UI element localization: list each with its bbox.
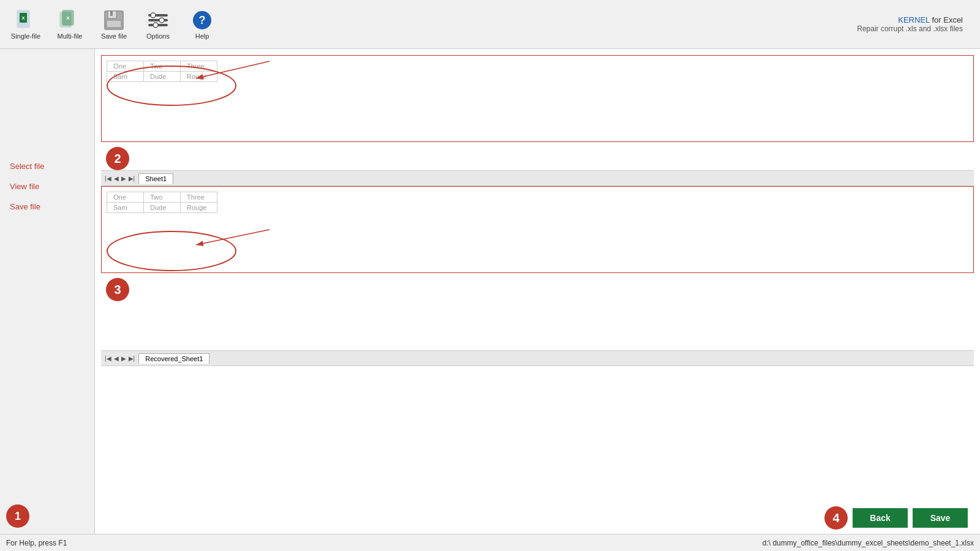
- statusbar-left: For Help, press F1: [6, 539, 67, 547]
- svg-point-15: [153, 23, 158, 28]
- help-icon: ?: [191, 9, 213, 31]
- table-row: One Two Three: [107, 61, 217, 72]
- svg-rect-8: [110, 11, 113, 16]
- step4-badge: 4: [824, 506, 848, 530]
- svg-point-14: [159, 18, 164, 23]
- brand-for-excel: for Excel: [930, 15, 963, 24]
- multi-file-icon: X: [59, 9, 81, 31]
- upper-sheet-tab-bar: |◀ ◀ ▶ ▶| Sheet1: [101, 170, 974, 186]
- help-button[interactable]: ? Help: [181, 4, 223, 45]
- table-cell: Rouge: [181, 203, 217, 213]
- save-file-icon: [103, 9, 125, 31]
- recovered-file-panel: One Two Three Sam Dude Rouge: [101, 186, 974, 273]
- step3-content: [101, 301, 974, 350]
- table-cell: Two: [144, 61, 181, 72]
- rec-last-sheet-nav[interactable]: ▶|: [127, 355, 137, 362]
- svg-rect-9: [107, 20, 121, 28]
- original-file-panel: One Two Three Sam Dude Rouge: [101, 55, 974, 142]
- view-file-link[interactable]: View file: [6, 179, 43, 193]
- recovered-preview-area: One Two Three Sam Dude Rouge: [102, 187, 973, 272]
- first-sheet-nav[interactable]: |◀: [104, 175, 113, 182]
- table-cell: Sam: [107, 203, 144, 213]
- brand-kernel: KERNEL: [898, 15, 930, 24]
- table-cell: One: [107, 192, 144, 203]
- back-button[interactable]: Back: [853, 508, 908, 528]
- toolbar: X Single-file X Multi-file Save file: [0, 0, 980, 49]
- single-file-button[interactable]: X Single-file: [5, 4, 47, 45]
- step2-badge: 2: [106, 147, 129, 170]
- table-cell: Three: [181, 61, 217, 72]
- multi-file-label: Multi-file: [58, 32, 83, 40]
- multi-file-button[interactable]: X Multi-file: [49, 4, 91, 45]
- svg-point-13: [151, 13, 156, 18]
- prev-sheet-nav[interactable]: ◀: [113, 175, 120, 182]
- save-file-toolbar-label: Save file: [101, 32, 127, 40]
- save-file-toolbar-button[interactable]: Save file: [93, 4, 135, 45]
- recovered-sheet-tab-bar: |◀ ◀ ▶ ▶| Recovered_Sheet1: [101, 350, 974, 366]
- select-file-link[interactable]: Select file: [6, 159, 48, 173]
- table-row: One Two Three: [107, 192, 217, 203]
- options-label: Options: [146, 32, 170, 40]
- rec-next-sheet-nav[interactable]: ▶: [120, 355, 127, 362]
- recovered-sheet1-tab[interactable]: Recovered_Sheet1: [138, 353, 209, 364]
- original-preview-area: One Two Three Sam Dude Rouge: [102, 56, 973, 141]
- recovered-data-table: One Two Three Sam Dude Rouge: [107, 192, 217, 213]
- save-button[interactable]: Save: [913, 508, 968, 528]
- step3-area: 3: [101, 273, 974, 301]
- rec-first-sheet-nav[interactable]: |◀: [104, 355, 113, 362]
- svg-text:?: ?: [199, 14, 206, 26]
- content-area: One Two Three Sam Dude Rouge 2 |◀ ◀: [95, 49, 980, 534]
- table-row: Sam Dude Rouge: [107, 203, 217, 213]
- statusbar-right: d:\ dummy_office_files\dummy_excel_sheet…: [763, 539, 974, 547]
- table-cell: Sam: [107, 72, 144, 82]
- sheet1-tab[interactable]: Sheet1: [138, 173, 173, 184]
- table-cell: Dude: [144, 203, 181, 213]
- table-cell: One: [107, 61, 144, 72]
- single-file-icon: X: [15, 9, 37, 31]
- svg-text:X: X: [66, 15, 70, 21]
- next-sheet-nav[interactable]: ▶: [120, 175, 127, 182]
- single-file-label: Single-file: [11, 32, 40, 40]
- brand-subtitle: Repair corrupt .xls and .xlsx files: [857, 24, 963, 33]
- table-cell: Two: [144, 192, 181, 203]
- svg-text:X: X: [21, 15, 25, 21]
- bottom-buttons-area: 4 Back Save: [824, 506, 968, 530]
- original-data-table: One Two Three Sam Dude Rouge: [107, 61, 217, 82]
- table-cell: Dude: [144, 72, 181, 82]
- statusbar: For Help, press F1 d:\ dummy_office_file…: [0, 534, 980, 551]
- help-label: Help: [195, 32, 209, 40]
- main-layout: Select file View file Save file 1 One Tw…: [0, 49, 980, 534]
- table-cell: Rouge: [181, 72, 217, 82]
- options-icon: [147, 9, 169, 31]
- step3-badge: 3: [106, 278, 129, 301]
- step2-area: 2: [101, 142, 974, 170]
- sidebar: Select file View file Save file 1: [0, 49, 95, 534]
- table-cell: Three: [181, 192, 217, 203]
- step1-badge: 1: [6, 504, 29, 528]
- last-sheet-nav[interactable]: ▶|: [127, 175, 137, 182]
- brand-area: KERNEL for Excel Repair corrupt .xls and…: [857, 15, 975, 33]
- brand-title: KERNEL for Excel: [857, 15, 963, 24]
- save-file-link[interactable]: Save file: [6, 200, 44, 214]
- rec-prev-sheet-nav[interactable]: ◀: [113, 355, 120, 362]
- svg-rect-11: [148, 19, 168, 21]
- options-button[interactable]: Options: [137, 4, 179, 45]
- table-row: Sam Dude Rouge: [107, 72, 217, 82]
